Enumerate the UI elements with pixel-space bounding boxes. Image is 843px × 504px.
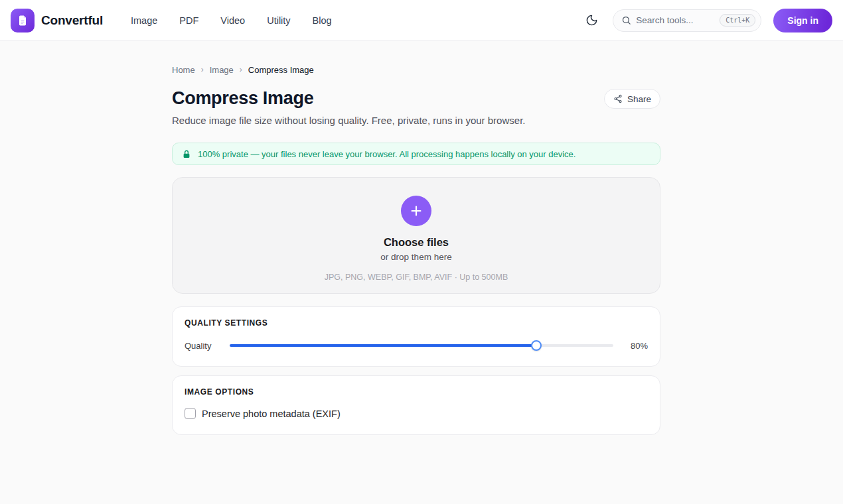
nav-item-pdf[interactable]: PDF <box>179 15 198 26</box>
content-viewport: Home › Image › Compress Image Compress I… <box>0 41 843 443</box>
dark-mode-toggle[interactable] <box>583 11 601 29</box>
preserve-exif-label: Preserve photo metadata (EXIF) <box>202 409 341 419</box>
breadcrumb-current: Compress Image <box>248 65 314 75</box>
quality-slider-track <box>230 344 613 347</box>
image-options-heading: IMAGE OPTIONS <box>185 387 648 397</box>
sign-in-button[interactable]: Sign in <box>773 9 832 32</box>
search-input[interactable] <box>636 15 715 25</box>
keyboard-shortcut-badge: Ctrl+K <box>720 14 755 27</box>
supported-formats: JPG, PNG, WEBP, GIF, BMP, AVIF · Up to 5… <box>325 273 508 282</box>
quality-slider-row: Quality 80% <box>185 340 648 351</box>
page-title: Compress Image <box>172 89 313 109</box>
choose-files-label[interactable]: Choose files <box>384 236 449 249</box>
document-icon <box>11 9 35 32</box>
main-nav: Image PDF Video Utility Blog <box>131 15 332 26</box>
quality-slider-fill <box>230 344 536 347</box>
lock-icon <box>182 149 191 159</box>
title-row: Compress Image Share <box>172 89 660 109</box>
nav-item-blog[interactable]: Blog <box>313 15 332 26</box>
quality-label: Quality <box>185 341 230 351</box>
quality-slider[interactable] <box>230 340 613 351</box>
upload-dropzone[interactable]: Choose files or drop them here JPG, PNG,… <box>172 177 660 294</box>
plus-icon <box>409 204 423 218</box>
breadcrumb-image[interactable]: Image <box>210 65 234 75</box>
brand-name: Convertful <box>41 13 103 28</box>
nav-item-video[interactable]: Video <box>220 15 245 26</box>
chevron-right-icon: › <box>201 65 204 74</box>
drop-hint: or drop them here <box>380 252 451 262</box>
preserve-exif-option[interactable]: Preserve photo metadata (EXIF) <box>185 408 648 419</box>
nav-item-image[interactable]: Image <box>131 15 157 26</box>
privacy-banner: 100% private — your files never leave yo… <box>172 143 660 165</box>
page-subtitle: Reduce image file size without losing qu… <box>172 115 660 126</box>
search-icon <box>621 15 631 25</box>
brand-logo[interactable]: Convertful <box>11 9 103 32</box>
header-right: Ctrl+K Sign in <box>583 9 832 32</box>
quality-settings-card: QUALITY SETTINGS Quality 80% <box>172 306 660 367</box>
quality-slider-thumb[interactable] <box>531 340 542 351</box>
image-options-card: IMAGE OPTIONS Preserve photo metadata (E… <box>172 375 660 435</box>
chevron-right-icon: › <box>240 65 242 74</box>
content-container: Home › Image › Compress Image Compress I… <box>172 41 660 443</box>
search-box[interactable]: Ctrl+K <box>613 9 761 32</box>
quality-value: 80% <box>613 341 648 351</box>
preserve-exif-checkbox[interactable] <box>185 408 196 419</box>
share-button-label: Share <box>627 94 651 104</box>
privacy-text: 100% private — your files never leave yo… <box>198 149 575 159</box>
breadcrumb-home[interactable]: Home <box>172 65 195 75</box>
breadcrumb: Home › Image › Compress Image <box>172 65 660 75</box>
nav-item-utility[interactable]: Utility <box>267 15 290 26</box>
header: Convertful Image PDF Video Utility Blog … <box>0 0 843 41</box>
share-button[interactable]: Share <box>604 89 660 109</box>
share-nodes-icon <box>613 94 623 103</box>
quality-settings-heading: QUALITY SETTINGS <box>185 318 648 328</box>
choose-files-button[interactable] <box>401 196 431 226</box>
moon-icon <box>585 14 598 27</box>
